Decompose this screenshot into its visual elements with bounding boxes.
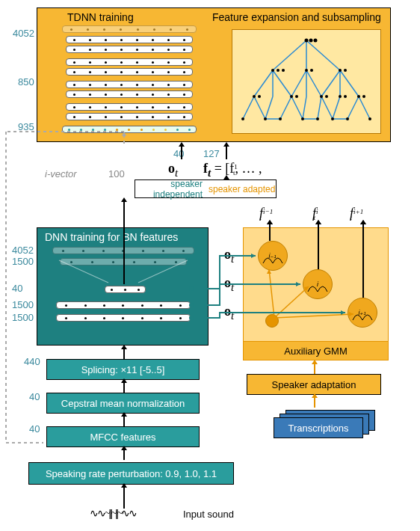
ft-i: fit (312, 206, 315, 221)
feat-title: Feature expansion and subsampling (212, 11, 381, 23)
cmn-box: Cepstral mean normalization (46, 393, 200, 414)
dim-850: 850 (18, 76, 34, 88)
transcriptions-box: Transcriptions (274, 417, 363, 438)
dim-4052-top: 4052 (13, 28, 34, 39)
svg-point-21 (264, 117, 267, 120)
ft-im1: fi−1t (259, 206, 262, 221)
svg-point-4 (277, 69, 280, 72)
svg-point-15 (325, 95, 328, 98)
svg-point-23 (301, 117, 304, 120)
input-sound-label: Input sound (183, 509, 234, 520)
svg-point-11 (258, 95, 261, 98)
ivector-label: i-vector (45, 168, 77, 179)
dim-40: 40 (173, 148, 184, 159)
svg-point-9 (344, 69, 347, 72)
svg-point-27 (368, 117, 371, 120)
tree-graph (232, 29, 381, 134)
dnn-title: DNN training for BN features (45, 231, 178, 243)
arrow-ft (226, 147, 227, 159)
svg-point-25 (331, 117, 334, 120)
perturb-box: Speaking rate perturbation: 0.9, 1.0, 1.… (28, 462, 234, 485)
mid-label-box: speaker independent speaker adapted (135, 179, 277, 198)
svg-point-8 (339, 69, 342, 72)
sound-wave-icon: ∿∿~||||~|||~∿∿ (90, 507, 136, 520)
svg-point-16 (339, 95, 342, 98)
speaker-indep: speaker independent (135, 179, 206, 200)
dim-127: 127 (203, 148, 220, 159)
ot-label: ot (168, 161, 178, 179)
splicing-box: Splicing: ×11 [-5..5] (46, 359, 200, 380)
svg-point-14 (320, 95, 323, 98)
svg-point-18 (357, 95, 360, 98)
svg-point-17 (344, 95, 347, 98)
dim-935: 935 (18, 121, 34, 132)
dnn-dim-1500c: 1500 (12, 312, 34, 323)
gmm-im1: i₋₁ (258, 241, 288, 271)
mfcc-box: MFCC features (46, 426, 200, 447)
svg-point-13 (295, 95, 298, 98)
tdnn-title: TDNN training (67, 11, 134, 23)
svg-point-12 (290, 95, 293, 98)
dnn-dim-40: 40 (12, 283, 22, 294)
svg-point-26 (346, 117, 349, 120)
svg-point-20 (241, 117, 244, 120)
speaker-adapt-box: Speaker adaptation (247, 374, 381, 395)
diagram-root: TDNN training Feature expansion and subs… (0, 0, 420, 531)
svg-point-1 (309, 39, 313, 43)
gmm-i: i (303, 269, 333, 299)
ivector-dim: 100 (108, 168, 125, 179)
dnn-dim-1500a: 1500 (12, 256, 34, 267)
svg-point-5 (282, 69, 285, 72)
gmm-ip1: i₊₁ (348, 298, 377, 328)
arrow-ot (181, 147, 182, 159)
dnn-dim-1500b: 1500 (12, 299, 34, 310)
svg-point-24 (316, 117, 319, 120)
gmm-hub (265, 314, 279, 328)
svg-point-0 (305, 39, 309, 43)
aux-title: Auxiliary GMM (244, 341, 388, 360)
svg-point-2 (314, 39, 318, 43)
svg-point-3 (271, 69, 274, 72)
svg-point-7 (310, 69, 313, 72)
ft-ip1: fi+1t (350, 206, 352, 221)
svg-point-22 (279, 117, 282, 120)
svg-point-19 (362, 95, 365, 98)
speaker-adapt: speaker adapted (206, 184, 276, 194)
dnn-dim-4052: 4052 (12, 245, 34, 256)
feat-plot (232, 29, 381, 134)
svg-point-10 (253, 95, 256, 98)
svg-point-6 (305, 69, 308, 72)
